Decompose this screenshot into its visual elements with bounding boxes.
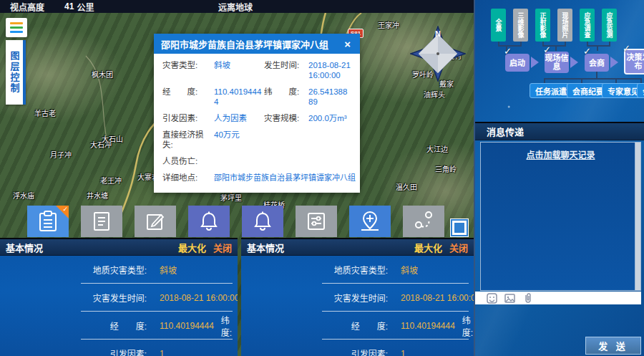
edit-icon: [146, 212, 165, 231]
resource-button-3d-image[interactable]: 三维影像: [513, 9, 528, 42]
info-row: 引发因素: 1: [241, 340, 474, 356]
resource-button-panorama[interactable]: 全景: [491, 9, 506, 42]
popup-title-bar: 邵阳市城步苗族自治县茅坪镇谭家冲八组 ×: [154, 34, 360, 54]
popup-row: 经 度: 110.40194444 纬 度: 26.54138889: [162, 87, 351, 107]
info-row: 引发因素: 1: [0, 340, 238, 356]
route-icon: [413, 211, 434, 232]
basic-info-panel: 基本情况 最大化 关闭 地质灾害类型: 斜坡 灾害发生时间: 2018-08-2…: [241, 238, 474, 356]
viewpoint-unit: 公里: [77, 1, 94, 13]
field-value: 110.40194444: [401, 321, 455, 331]
compass-icon[interactable]: N: [410, 26, 466, 82]
map-place-label: 大江边: [426, 143, 448, 154]
check-icon: ✓: [623, 43, 630, 54]
bell-icon: [200, 211, 218, 231]
field-value: 40万元: [214, 130, 264, 140]
field-label: 灾害发生时间:: [241, 292, 388, 304]
app-window: 王家冲 正村 罗叶岭 戴家 油辉头 大江边 三角岭 温久田 大石冲 月子冲 老王…: [0, 0, 644, 356]
map-place-label: 茅坪里: [220, 192, 242, 203]
info-row: 地质灾害类型: 斜坡: [241, 256, 474, 284]
field-label: 地质灾害类型:: [241, 264, 388, 276]
resource-button-site-photo[interactable]: 现场照片: [557, 9, 572, 42]
field-value: 人为因素: [214, 113, 264, 123]
field-value: 邵阳市城步苗族自治县茅坪镇谭家冲八组: [214, 173, 356, 183]
image-icon[interactable]: [504, 293, 515, 304]
field-label: 地质灾害类型:: [0, 264, 147, 276]
camera-mode-label: 远离地球: [218, 1, 253, 13]
output-button-task-dispatch[interactable]: 任务派遣: [530, 83, 572, 98]
workflow-panel: 全景 三维影像 正射影像 现场照片 应急调查 应急监测 ✓ 启动 ✓ 现场信息 …: [474, 0, 644, 356]
viewpoint-value: 41: [64, 1, 74, 11]
info-row: 经 度: 110.40194444 纬 度: 26.54138889: [0, 312, 238, 340]
viewpoint-label: 视点高度: [10, 1, 44, 13]
attachment-icon[interactable]: [522, 292, 533, 304]
map-place-label: 大石山: [102, 133, 123, 144]
output-button-consult[interactable]: 会商: [637, 83, 644, 98]
popup-title: 邵阳市城步苗族自治县茅坪镇谭家冲八组: [161, 37, 342, 51]
panel-header: 基本情况 最大化 关闭: [0, 239, 238, 256]
field-value: 斜坡: [401, 264, 418, 276]
field-value: 110.40194444: [214, 87, 264, 107]
field-label: 纬 度:: [462, 314, 474, 338]
info-row: 经 度: 110.40194444 纬 度: 26.54138889: [241, 312, 474, 340]
map-place-label: 三角岭: [435, 163, 457, 174]
map-place-label: 温久田: [396, 181, 417, 192]
field-label: 灾害发生时间:: [0, 292, 147, 304]
map-pin-target-icon: [360, 211, 380, 232]
chat-scrollbar[interactable]: [635, 143, 640, 290]
maximize-button[interactable]: 最大化: [414, 241, 442, 254]
sliders-icon: [307, 212, 326, 231]
panel-header: 基本情况 最大化 关闭: [241, 239, 474, 256]
box-select-icon[interactable]: [450, 218, 469, 237]
field-label: 经 度:: [0, 319, 147, 332]
resource-button-ortho[interactable]: 正射影像: [535, 9, 550, 42]
field-value: 110.40194444: [160, 321, 214, 331]
maximize-button[interactable]: 最大化: [178, 241, 206, 254]
map-place-label: 油辉头: [424, 89, 445, 100]
send-button[interactable]: 发 送: [585, 337, 641, 355]
map-place-label: 浮水庙: [13, 190, 34, 201]
map-place-label: 井水塘: [87, 190, 108, 201]
panel-title: 基本情况: [247, 241, 414, 254]
emoji-icon[interactable]: [487, 293, 497, 304]
check-icon: ✓: [543, 44, 551, 55]
popup-row: 引发因素: 人为因素 灾害规模: 200.0万m³: [162, 113, 351, 123]
basic-info-panel: 基本情况 最大化 关闭 地质灾害类型: 斜坡 灾害发生时间: 2018-08-2…: [0, 238, 238, 356]
flow-connector: [597, 45, 598, 51]
layer-control-button[interactable]: 图层控制: [6, 40, 26, 105]
map-place-label: 羊古老: [34, 107, 56, 118]
stage-arrow-icon: [531, 57, 539, 68]
close-button[interactable]: 关闭: [449, 241, 468, 254]
field-label: 灾害规模:: [264, 113, 308, 123]
field-value: 2018-08-21 16:00:00: [401, 293, 474, 303]
field-label: 发生时间:: [264, 60, 308, 70]
field-label: 引发因素:: [0, 347, 147, 356]
flow-connector: [544, 78, 642, 80]
status-bar: 视点高度 41 公里 远离地球: [0, 0, 474, 13]
map-place-label: 月子冲: [50, 149, 72, 160]
map-place-label: 枫木团: [92, 69, 113, 80]
popup-row: 直接经济损失: 40万元: [162, 130, 351, 150]
field-value: 1: [401, 349, 406, 356]
close-icon[interactable]: ×: [342, 38, 353, 50]
field-label: 引发因素:: [162, 113, 214, 123]
check-icon: ✓: [583, 46, 591, 57]
popup-row: 详细地点: 邵阳市城步苗族自治县茅坪镇谭家冲八组: [162, 173, 351, 183]
field-value: 1: [160, 349, 165, 356]
chat-history-area[interactable]: 点击加载聊天记录: [480, 142, 641, 291]
document-icon: [93, 211, 110, 231]
resource-button-survey[interactable]: 应急调查: [580, 9, 595, 42]
close-button[interactable]: 关闭: [213, 241, 232, 254]
field-value: 斜坡: [160, 264, 177, 276]
disaster-popup: 邵阳市城步苗族自治县茅坪镇谭家冲八组 × 灾害类型: 斜坡 发生时间: 2018…: [154, 34, 360, 193]
message-panel-title: 消息传递: [487, 125, 524, 138]
info-row: 地质灾害类型: 斜坡: [0, 256, 238, 284]
field-label: 纬 度:: [221, 314, 238, 338]
info-row: 灾害发生时间: 2018-08-21 16:00:00: [241, 284, 474, 312]
resource-button-monitor[interactable]: 应急监测: [602, 9, 617, 42]
menu-icon[interactable]: [6, 18, 27, 37]
info-row: 灾害发生时间: 2018-08-21 16:00:00: [0, 284, 238, 312]
load-chat-link[interactable]: 点击加载聊天记录: [481, 148, 640, 160]
field-value: 200.0万m³: [308, 113, 351, 123]
field-label: 经 度:: [241, 319, 388, 332]
field-value: 26.54138889: [308, 87, 351, 107]
